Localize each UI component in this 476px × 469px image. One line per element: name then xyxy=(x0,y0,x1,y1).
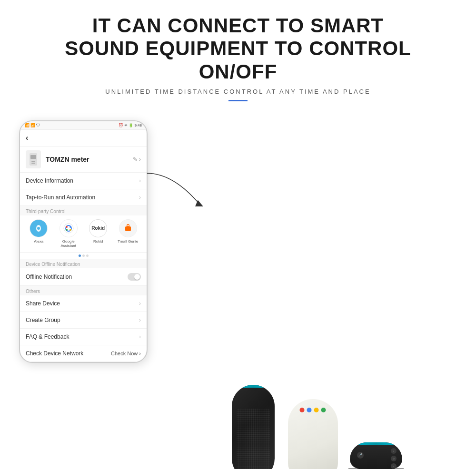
offline-section-label: Device Offline Notification xyxy=(20,259,147,268)
subtitle-text: UNLIMITED TIME DISTANCE CONTROL AT ANY T… xyxy=(29,88,447,95)
main-content: 📶 📶 🛡 ⏰ ✳ 🔋 9:48 ‹ TOMZN meter xyxy=(0,106,476,469)
svg-rect-2 xyxy=(31,161,35,162)
google-assistant-label: GoogleAssistant xyxy=(61,239,76,248)
others-section-label: Others xyxy=(20,286,147,295)
page-title: IT CAN CONNECT TO SMART SOUND EQUIPMENT … xyxy=(29,14,447,83)
title-divider xyxy=(228,100,248,101)
carousel-dots xyxy=(20,253,147,259)
header-section: IT CAN CONNECT TO SMART SOUND EQUIPMENT … xyxy=(0,0,476,106)
share-device-item[interactable]: Share Device › xyxy=(20,295,147,312)
dot-3 xyxy=(86,254,89,257)
phone-screen: 📶 📶 🛡 ⏰ ✳ 🔋 9:48 ‹ TOMZN meter xyxy=(19,120,148,363)
google-home-speaker xyxy=(287,399,339,469)
third-party-section-label: Third-party Control xyxy=(20,206,147,215)
echo-dot-ring xyxy=(350,442,402,445)
arrow-icon-4: › xyxy=(139,317,141,323)
check-now-text: Check Now › xyxy=(111,351,141,356)
alexa-icon xyxy=(30,219,48,237)
faq-feedback-label: FAQ & Feedback xyxy=(26,333,69,340)
echo-body xyxy=(232,385,275,469)
echo-dot-btn-3: − xyxy=(391,463,397,469)
echo-dot-btn-1: + xyxy=(391,448,397,454)
arrow-icon-5: › xyxy=(139,333,141,340)
arrow-connector xyxy=(140,168,207,211)
google-assistant-icon xyxy=(60,219,78,237)
svg-rect-3 xyxy=(31,163,35,164)
create-group-label: Create Group xyxy=(26,317,60,323)
echo-mesh xyxy=(237,409,270,469)
echo-dot-body: 🎤 + ⊙ − xyxy=(350,442,402,469)
amazon-echo-speaker: amazon xyxy=(229,385,277,469)
phone-mockup: 📶 📶 🛡 ⏰ ✳ 🔋 9:48 ‹ TOMZN meter xyxy=(19,116,157,469)
echo-dot-btn-2: ⊙ xyxy=(391,456,397,461)
alexa-label: Alexa xyxy=(34,239,43,244)
echo-dot-mic-icon: 🎤 xyxy=(357,452,364,459)
rokid-item[interactable]: Rokid Rokid xyxy=(85,219,111,248)
faq-feedback-item[interactable]: FAQ & Feedback › xyxy=(20,329,147,345)
google-dot-green xyxy=(321,408,326,412)
offline-toggle[interactable] xyxy=(128,273,141,281)
svg-point-6 xyxy=(37,227,40,230)
arrow-icon-3: › xyxy=(139,300,141,307)
offline-notification-label: Offline Notification xyxy=(26,274,72,280)
tap-to-run-item[interactable]: Tap-to-Run and Automation › xyxy=(20,189,147,206)
google-dot-yellow xyxy=(314,408,319,412)
device-information-item[interactable]: Device Information › xyxy=(20,173,147,189)
rokid-icon: Rokid xyxy=(89,219,107,237)
status-left: 📶 📶 🛡 xyxy=(25,123,40,127)
rokid-label: Rokid xyxy=(93,239,103,244)
svg-rect-14 xyxy=(125,226,131,231)
svg-point-10 xyxy=(69,226,71,228)
check-device-network-item[interactable]: Check Device Network Check Now › xyxy=(20,345,147,362)
device-info-label: Device Information xyxy=(26,177,73,184)
echo-ring xyxy=(232,385,275,388)
check-device-network-label: Check Device Network xyxy=(26,350,83,357)
offline-notification-row[interactable]: Offline Notification xyxy=(20,268,147,286)
tap-to-run-label: Tap-to-Run and Automation xyxy=(26,194,95,201)
share-device-label: Share Device xyxy=(26,300,60,307)
echo-dot-buttons: + ⊙ − xyxy=(391,448,397,469)
svg-point-9 xyxy=(66,226,68,228)
google-dot-red xyxy=(300,408,305,412)
back-arrow-icon[interactable]: ‹ xyxy=(26,134,28,142)
third-party-icons: Alexa GoogleAssistant xyxy=(20,215,147,253)
svg-point-11 xyxy=(66,229,68,231)
dot-1 xyxy=(79,254,81,257)
svg-rect-1 xyxy=(30,155,36,159)
alexa-item[interactable]: Alexa xyxy=(26,219,52,248)
tmall-genie-item[interactable]: Tmall Genie xyxy=(115,219,141,248)
svg-point-16 xyxy=(127,225,129,226)
tmall-genie-icon xyxy=(119,219,137,237)
google-home-body xyxy=(288,399,338,469)
google-home-dots xyxy=(300,408,326,412)
edit-icon[interactable]: ✎ › xyxy=(133,156,141,163)
svg-rect-0 xyxy=(30,153,37,166)
google-assistant-item[interactable]: GoogleAssistant xyxy=(56,219,82,248)
status-bar: 📶 📶 🛡 ⏰ ✳ 🔋 9:48 xyxy=(20,121,147,130)
tmall-genie-label: Tmall Genie xyxy=(118,239,138,244)
device-row: TOMZN meter ✎ › xyxy=(20,147,147,173)
google-dot-blue xyxy=(307,408,312,412)
device-icon xyxy=(26,150,41,168)
device-name-label: TOMZN meter xyxy=(46,156,128,163)
create-group-item[interactable]: Create Group › xyxy=(20,312,147,329)
phone-nav-header: ‹ xyxy=(20,130,147,147)
amazon-echo-dot-speaker: 🎤 + ⊙ − amazon xyxy=(348,442,404,469)
dot-2 xyxy=(82,254,85,257)
svg-point-12 xyxy=(69,229,71,231)
status-right: ⏰ ✳ 🔋 9:48 xyxy=(119,123,142,127)
